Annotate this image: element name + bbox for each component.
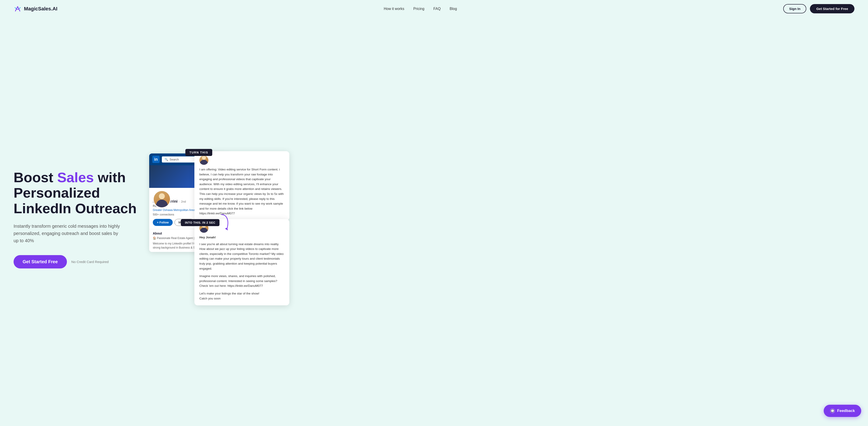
personalized-message-bubble: Hey Jonah! I see you're all about turnin… <box>194 219 289 305</box>
search-placeholder: Search <box>169 158 179 161</box>
feedback-icon: 💬 <box>830 408 835 413</box>
li-avatar-head <box>159 193 165 199</box>
no-credit-card-text: No Credit Card Required <box>71 260 109 264</box>
li-avatar-img <box>154 191 170 207</box>
nav-faq[interactable]: FAQ <box>433 7 440 11</box>
hero-left: Boost Sales with Personalized LinkedIn O… <box>13 170 140 268</box>
linkedin-logo: in <box>152 156 160 163</box>
hero-right: TURN THIS in 🔍 Search <box>149 149 855 289</box>
personalized-paragraph2: Imagine more views, shares, and inquirie… <box>199 274 284 288</box>
logo-text: MagicSales.AI <box>24 6 57 12</box>
getstarted-nav-button[interactable]: Get Started for Free <box>810 4 855 13</box>
nav-pricing[interactable]: Pricing <box>413 7 424 11</box>
personalized-paragraph3: Let's make your listings the star of the… <box>199 291 284 301</box>
generic-message-bubble: I am offering: Video editing service for… <box>194 151 289 221</box>
personalized-msg-text: Hey Jonah! I see you're all about turnin… <box>199 235 284 301</box>
nav-blog[interactable]: Blog <box>450 7 457 11</box>
nav-actions: Sign In Get Started for Free <box>783 4 855 13</box>
signin-button[interactable]: Sign In <box>783 4 806 13</box>
turn-this-badge: TURN THIS <box>185 149 212 156</box>
nav-links: How it works Pricing FAQ Blog <box>384 7 457 11</box>
getstarted-hero-button[interactable]: Get Started Free <box>13 255 67 268</box>
li-avatar-person <box>156 193 168 207</box>
hero-title-accent: Sales <box>57 170 94 185</box>
generic-msg-avatar <box>199 156 209 165</box>
feedback-button[interactable]: 💬 Feedback <box>824 405 861 417</box>
li-avatar <box>153 190 171 208</box>
logo[interactable]: MagicSales.AI <box>13 5 57 13</box>
nav-how-it-works[interactable]: How it works <box>384 7 404 11</box>
generic-msg-header <box>199 156 284 165</box>
hero-cta-row: Get Started Free No Credit Card Required <box>13 255 140 268</box>
generic-msg-text: I am offering: Video editing service for… <box>199 167 284 216</box>
search-icon: 🔍 <box>164 158 168 161</box>
li-degree: · 2nd <box>180 200 186 203</box>
feedback-label: Feedback <box>837 408 855 413</box>
navbar: MagicSales.AI How it works Pricing FAQ B… <box>0 0 868 18</box>
hero-subtitle: Instantly transform generic cold message… <box>13 223 122 244</box>
personalized-paragraph1: I see you're all about turning real esta… <box>199 242 284 271</box>
li-avatar-body <box>156 200 168 207</box>
hero-title-prefix: Boost <box>13 170 57 185</box>
into-this-badge: INTO THIS. IN 2 SEC <box>181 219 219 226</box>
li-follow-button[interactable]: + Follow <box>153 219 173 226</box>
li-about-emoji: 🏠 <box>153 236 156 240</box>
personalized-greeting: Hey Jonah! <box>199 235 284 240</box>
hero-title: Boost Sales with Personalized LinkedIn O… <box>13 170 140 216</box>
hero-section: Boost Sales with Personalized LinkedIn O… <box>0 18 868 425</box>
logo-icon <box>13 5 22 13</box>
